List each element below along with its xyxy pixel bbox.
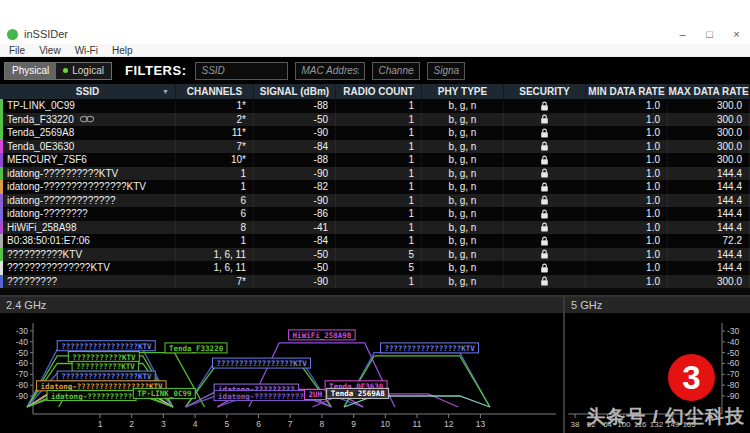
- column-header-min-data-rate[interactable]: MIN DATA RATE: [586, 84, 668, 99]
- y-tick-label: -40: [727, 337, 740, 347]
- menu-file[interactable]: File: [2, 45, 32, 56]
- cell-ssid: idatong-??????????KTV: [3, 167, 176, 181]
- window-title: inSSIDer: [24, 28, 68, 40]
- cell-radio-count: 1: [336, 234, 422, 248]
- cell-security: [504, 221, 586, 235]
- cell-signal: -50: [254, 248, 336, 262]
- filters-label: FILTERS:: [125, 63, 187, 78]
- table-row[interactable]: Tenda_2569A811*-901b, g, n1.0300.0: [0, 126, 750, 140]
- cell-max-data-rate: 144.4: [668, 207, 750, 221]
- table-row[interactable]: MERCURY_7SF610*-881b, g, n1.0300.0: [0, 153, 750, 167]
- table-row[interactable]: idatong-??????????KTV1-901b, g, n1.0144.…: [0, 167, 750, 181]
- table-row[interactable]: HiWiFi_258A988-411b, g, n1.0144.4: [0, 221, 750, 235]
- cell-channels: 6: [176, 194, 254, 208]
- x-tick-label: 11: [413, 419, 422, 429]
- cell-security: [504, 248, 586, 262]
- cell-ssid: Tenda_2569A8: [3, 126, 176, 140]
- step-badge: 3: [668, 354, 715, 401]
- column-header-channels[interactable]: CHANNELS: [176, 84, 254, 99]
- table-row[interactable]: Tenda_F332202*-501b, g, n1.0300.0: [0, 113, 750, 127]
- network-table: TP-LINK_0C991*-881b, g, n1.0300.0Tenda_F…: [0, 99, 750, 288]
- table-header: SSID▼CHANNELSSIGNAL (dBm)RADIO COUNTPHY …: [0, 84, 750, 99]
- lock-icon: [540, 141, 549, 151]
- cell-channels: 1: [176, 234, 254, 248]
- column-header-signal-dbm-[interactable]: SIGNAL (dBm): [254, 84, 336, 99]
- cell-security: [504, 194, 586, 208]
- filter-input-signal[interactable]: [427, 62, 465, 80]
- ssid-label: Tenda 2569A8: [331, 389, 386, 398]
- cell-signal: -50: [254, 261, 336, 275]
- x-tick-label: 1: [98, 419, 103, 429]
- column-header-ssid[interactable]: SSID▼: [0, 84, 176, 99]
- column-header-security[interactable]: SECURITY: [504, 84, 586, 99]
- cell-phy-type: b, g, n: [422, 153, 504, 167]
- column-header-radio-count[interactable]: RADIO COUNT: [336, 84, 422, 99]
- cell-phy-type: b, g, n: [422, 234, 504, 248]
- table-row[interactable]: idatong-????????6-861b, g, n1.0144.4: [0, 207, 750, 221]
- table-row[interactable]: idatong-???????????????KTV1-821b, g, n1.…: [0, 180, 750, 194]
- filter-input-mac-address[interactable]: [295, 62, 365, 80]
- cell-min-data-rate: 1.0: [586, 207, 668, 221]
- column-header-label: SIGNAL (dBm): [260, 86, 329, 97]
- filter-input-channel[interactable]: [372, 62, 420, 80]
- menu-help[interactable]: Help: [105, 45, 140, 56]
- menu-view[interactable]: View: [32, 45, 68, 56]
- table-row[interactable]: B0:38:50:01:E7:061-841b, g, n1.072.2: [0, 234, 750, 248]
- cell-radio-count: 1: [336, 167, 422, 181]
- logical-dot-icon: [63, 68, 68, 73]
- physical-toggle[interactable]: Physical: [5, 63, 56, 79]
- column-header-label: CHANNELS: [187, 86, 243, 97]
- column-header-label: SECURITY: [519, 86, 570, 97]
- logical-toggle[interactable]: Logical: [56, 63, 111, 79]
- cell-signal: -50: [254, 113, 336, 127]
- y-tick-label: -90: [16, 391, 29, 401]
- table-row[interactable]: TP-LINK_0C991*-881b, g, n1.0300.0: [0, 99, 750, 113]
- cell-security: [504, 234, 586, 248]
- lock-icon: [540, 155, 549, 165]
- cell-ssid: ?????????: [3, 275, 176, 289]
- x-tick-label: 2: [129, 419, 134, 429]
- x-tick-label: 8: [320, 419, 325, 429]
- cell-radio-count: 1: [336, 153, 422, 167]
- y-tick-label: -60: [16, 358, 29, 368]
- cell-ssid: ???????????????KTV: [3, 261, 176, 275]
- x-tick-label: 13: [476, 419, 486, 429]
- column-header-phy-type[interactable]: PHY TYPE: [422, 84, 504, 99]
- cell-security: [504, 140, 586, 154]
- cell-radio-count: 5: [336, 261, 422, 275]
- cell-security: [504, 126, 586, 140]
- lock-icon: [540, 182, 549, 192]
- cell-phy-type: b, g, n: [422, 275, 504, 289]
- maximize-button[interactable]: □: [696, 24, 723, 44]
- close-button[interactable]: ×: [723, 24, 750, 44]
- lock-icon: [540, 263, 549, 273]
- column-header-label: RADIO COUNT: [343, 86, 414, 97]
- cell-channels: 7*: [176, 275, 254, 289]
- table-row[interactable]: ?????????7*-901b, g, n1.0300.0: [0, 275, 750, 289]
- cell-max-data-rate: 144.4: [668, 261, 750, 275]
- table-row[interactable]: Tenda_0E36307*-841b, g, n1.0300.0: [0, 140, 750, 154]
- y-tick-label: -60: [727, 358, 740, 368]
- column-header-label: MIN DATA RATE: [588, 86, 664, 97]
- cell-phy-type: b, g, n: [422, 167, 504, 181]
- cell-max-data-rate: 144.4: [668, 167, 750, 181]
- cell-channels: 1: [176, 180, 254, 194]
- window-controls: – □ ×: [669, 24, 750, 44]
- table-row[interactable]: ???????????????KTV1, 6, 11-505b, g, n1.0…: [0, 261, 750, 275]
- ssid-filter-arrow-icon[interactable]: ▼: [162, 88, 169, 95]
- x-tick-label: 6: [256, 419, 261, 429]
- cell-channels: 1, 6, 11: [176, 261, 254, 275]
- chart-2-4ghz[interactable]: -30-40-50-60-70-80-9012345678910111213??…: [0, 313, 563, 433]
- cell-phy-type: b, g, n: [422, 207, 504, 221]
- menu-wifi[interactable]: Wi-Fi: [68, 45, 105, 56]
- table-row[interactable]: idatong-?????????????6-901b, g, n1.0144.…: [0, 194, 750, 208]
- cell-phy-type: b, g, n: [422, 180, 504, 194]
- column-header-max-data-rate[interactable]: MAX DATA RATE: [668, 84, 750, 99]
- x-tick-label: 3: [161, 419, 166, 429]
- minimize-button[interactable]: –: [669, 24, 696, 44]
- table-row[interactable]: ??????????KTV1, 6, 11-505b, g, n1.0144.4: [0, 248, 750, 262]
- cell-channels: 10*: [176, 153, 254, 167]
- cell-ssid: ??????????KTV: [3, 248, 176, 262]
- filter-input-ssid[interactable]: [195, 62, 288, 80]
- column-header-label: MAX DATA RATE: [668, 86, 748, 97]
